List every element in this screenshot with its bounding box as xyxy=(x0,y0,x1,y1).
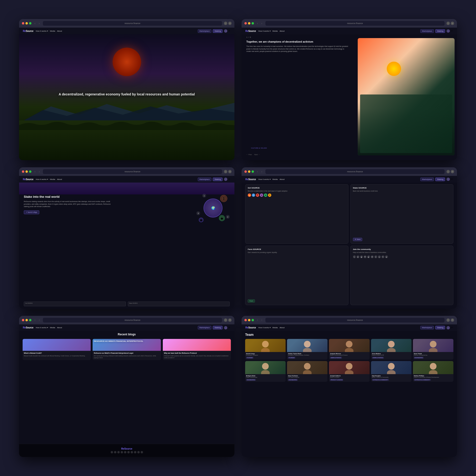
address-bar-4[interactable]: resource.finance xyxy=(265,169,444,174)
user-avatar-6[interactable] xyxy=(446,326,450,329)
forward-arrow-3[interactable]: › xyxy=(38,170,41,173)
marketplace-btn-5[interactable]: Marketplace xyxy=(198,326,212,329)
footer-li[interactable] xyxy=(137,451,140,453)
address-bar-5[interactable]: resource.finance xyxy=(43,318,222,323)
share-icon-1[interactable]: ↑ xyxy=(224,22,227,25)
max-btn-1[interactable] xyxy=(29,22,32,24)
blog-card-3[interactable]: Why we have built the ReSource Protocol … xyxy=(163,339,231,360)
staking-btn-5[interactable]: Staking xyxy=(213,326,222,329)
share-icon-5[interactable]: ↑ xyxy=(224,319,227,322)
prev-btn[interactable]: ← Prev xyxy=(246,154,252,155)
footer-gh[interactable] xyxy=(114,451,116,453)
footer-yt[interactable] xyxy=(124,451,126,453)
stake-btn[interactable]: ⬆ Stake xyxy=(353,238,362,241)
blog-card-1[interactable]: What is Mutual Credit? Mutual Credit sho… xyxy=(23,339,91,360)
close-btn-1[interactable] xyxy=(22,22,24,24)
close-btn-6[interactable] xyxy=(244,319,247,321)
share-icon-2[interactable]: ↑ xyxy=(446,22,450,25)
staking-btn-1[interactable]: Staking xyxy=(213,29,222,33)
max-btn-2[interactable] xyxy=(252,22,254,24)
min-btn-5[interactable] xyxy=(25,319,28,321)
footer-dc[interactable] xyxy=(117,451,120,453)
footer-tw[interactable] xyxy=(111,451,113,453)
social-twitter[interactable]: 𝕏 xyxy=(353,255,356,258)
address-bar-2[interactable]: resource.finance xyxy=(265,21,444,26)
max-btn-6[interactable] xyxy=(252,319,254,321)
close-btn-4[interactable] xyxy=(244,170,247,173)
user-avatar-2[interactable] xyxy=(446,29,450,33)
social-discord[interactable]: ◉ xyxy=(360,255,363,258)
user-avatar-5[interactable] xyxy=(224,326,227,329)
add-tab-icon-4[interactable]: + xyxy=(451,170,454,173)
social-github[interactable]: ⊞ xyxy=(357,255,359,258)
language-flag-3[interactable]: 🏳 xyxy=(229,178,231,180)
add-tab-icon-2[interactable]: + xyxy=(451,22,454,25)
staking-btn-6[interactable]: Staking xyxy=(435,326,445,329)
back-arrow-2[interactable]: ‹ xyxy=(256,22,259,25)
min-btn-1[interactable] xyxy=(25,22,28,24)
min-btn-4[interactable] xyxy=(248,170,250,173)
max-btn-4[interactable] xyxy=(252,170,254,173)
back-arrow-5[interactable]: ‹ xyxy=(33,319,37,322)
max-btn-3[interactable] xyxy=(29,170,32,173)
language-flag-4[interactable]: 🏳 xyxy=(451,178,453,180)
forward-arrow-4[interactable]: › xyxy=(260,170,263,173)
address-bar-3[interactable]: resource.finance xyxy=(43,169,222,174)
social-medium[interactable]: M xyxy=(364,255,367,258)
min-btn-6[interactable] xyxy=(248,319,250,321)
footer-ig[interactable] xyxy=(141,451,143,453)
launch-dapp-btn[interactable]: ↗ launch dApp xyxy=(24,210,39,214)
close-btn-3[interactable] xyxy=(22,170,24,173)
social-telegram[interactable]: ✈ xyxy=(374,255,377,258)
share-icon-4[interactable]: ↑ xyxy=(446,170,450,173)
marketplace-btn-1[interactable]: Marketplace xyxy=(198,29,212,33)
add-tab-icon-5[interactable]: + xyxy=(228,319,232,322)
footer-em[interactable] xyxy=(127,451,130,453)
marketplace-btn-3[interactable]: Marketplace xyxy=(198,178,212,181)
user-avatar-4[interactable] xyxy=(446,178,450,181)
back-arrow-4[interactable]: ‹ xyxy=(256,170,259,173)
social-linkedin[interactable]: in xyxy=(381,255,384,258)
add-tab-icon-1[interactable]: + xyxy=(228,22,232,25)
farm-btn[interactable]: Farm xyxy=(248,299,255,303)
marketplace-btn-6[interactable]: Marketplace xyxy=(420,326,434,329)
forward-arrow-1[interactable]: › xyxy=(38,22,41,25)
social-youtube[interactable]: ▶ xyxy=(367,255,370,258)
back-arrow-1[interactable]: ‹ xyxy=(33,22,37,25)
address-bar-1[interactable]: resource.finance xyxy=(43,21,222,26)
staking-btn-4[interactable]: Staking xyxy=(435,178,445,181)
next-btn[interactable]: Next → xyxy=(254,154,260,155)
share-icon-3[interactable]: ↑ xyxy=(224,170,227,173)
add-tab-icon-6[interactable]: + xyxy=(451,319,454,322)
address-bar-6[interactable]: resource.finance xyxy=(265,318,444,323)
footer-rd[interactable] xyxy=(134,451,136,453)
marketplace-btn-2[interactable]: Marketplace xyxy=(420,29,434,33)
forward-arrow-2[interactable]: › xyxy=(260,22,263,25)
share-icon-6[interactable]: ↑ xyxy=(446,319,450,322)
user-avatar-1[interactable] xyxy=(224,29,227,33)
forward-arrow-5[interactable]: › xyxy=(38,319,41,322)
social-reddit[interactable]: ◎ xyxy=(378,255,381,258)
language-flag-6[interactable]: 🏳 xyxy=(451,326,453,329)
back-arrow-3[interactable]: ‹ xyxy=(33,170,37,173)
language-flag-1[interactable]: 🏳 xyxy=(229,30,231,32)
close-btn-2[interactable] xyxy=(244,22,247,24)
footer-tg[interactable] xyxy=(131,451,133,453)
forward-arrow-6[interactable]: › xyxy=(260,319,263,322)
add-tab-icon-3[interactable]: + xyxy=(228,170,232,173)
footer-md[interactable] xyxy=(121,451,123,453)
user-avatar-3[interactable] xyxy=(224,178,227,181)
blog-card-2[interactable]: RESOURCE AS WEB3'S FINANCIAL INTERPROTOC… xyxy=(93,339,161,360)
min-btn-2[interactable] xyxy=(248,22,250,24)
back-arrow-6[interactable]: ‹ xyxy=(256,319,259,322)
min-btn-3[interactable] xyxy=(25,170,28,173)
language-flag-5[interactable]: 🏳 xyxy=(229,326,231,329)
marketplace-btn-4[interactable]: Marketplace xyxy=(420,178,434,181)
language-flag-2[interactable]: 🏳 xyxy=(451,30,453,32)
close-btn-5[interactable] xyxy=(22,319,24,321)
social-instagram[interactable]: ◈ xyxy=(385,255,388,258)
social-email[interactable]: @ xyxy=(371,255,374,258)
staking-btn-3[interactable]: Staking xyxy=(213,178,222,181)
max-btn-5[interactable] xyxy=(29,319,32,321)
staking-btn-2[interactable]: Staking xyxy=(435,29,445,33)
